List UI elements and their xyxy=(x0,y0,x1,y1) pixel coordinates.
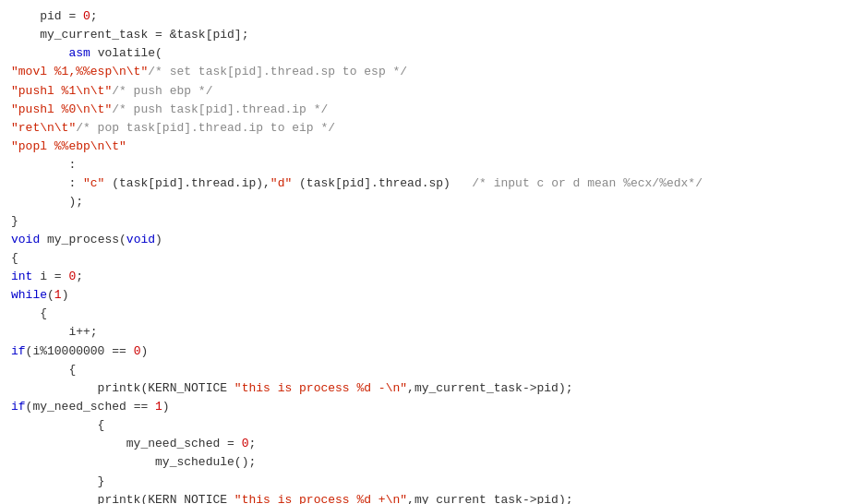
code-line: void my_process(void) xyxy=(0,231,865,249)
code-line: ); xyxy=(0,193,865,211)
code-line: i++; xyxy=(0,323,865,342)
code-line: { xyxy=(0,249,865,268)
code-line: "pushl %0\n\t" /* push task[pid].thread.… xyxy=(0,101,865,119)
code-line: { xyxy=(0,361,865,379)
code-line: "movl %1,%%esp\n\t" /* set task[pid].thr… xyxy=(0,63,865,81)
code-line: { xyxy=(0,305,865,323)
code-line: asm volatile( xyxy=(0,44,865,63)
code-line: : "c" (task[pid].thread.ip),"d" (task[pi… xyxy=(0,174,865,193)
code-line: "pushl %1\n\t" /* push ebp */ xyxy=(0,82,865,101)
code-line: my_schedule(); xyxy=(0,453,865,472)
code-line: pid = 0; xyxy=(0,7,865,26)
code-editor: pid = 0; my_current_task = &task[pid]; a… xyxy=(0,0,865,504)
code-line: int i = 0; xyxy=(0,268,865,286)
code-line: my_need_sched = 0; xyxy=(0,435,865,453)
code-line: } xyxy=(0,212,865,231)
code-line: printk(KERN_NOTICE "this is process %d +… xyxy=(0,491,865,504)
code-line: "popl %%ebp\n\t" xyxy=(0,138,865,156)
code-line: while(1) xyxy=(0,286,865,305)
code-line: if(i%10000000 == 0) xyxy=(0,342,865,361)
code-line: } xyxy=(0,473,865,491)
code-line: { xyxy=(0,416,865,435)
code-line: : xyxy=(0,156,865,174)
code-line: "ret\n\t" /* pop task[pid].thread.ip to … xyxy=(0,119,865,138)
code-line: my_current_task = &task[pid]; xyxy=(0,26,865,44)
code-line: printk(KERN_NOTICE "this is process %d -… xyxy=(0,379,865,398)
code-line: if(my_need_sched == 1) xyxy=(0,398,865,416)
